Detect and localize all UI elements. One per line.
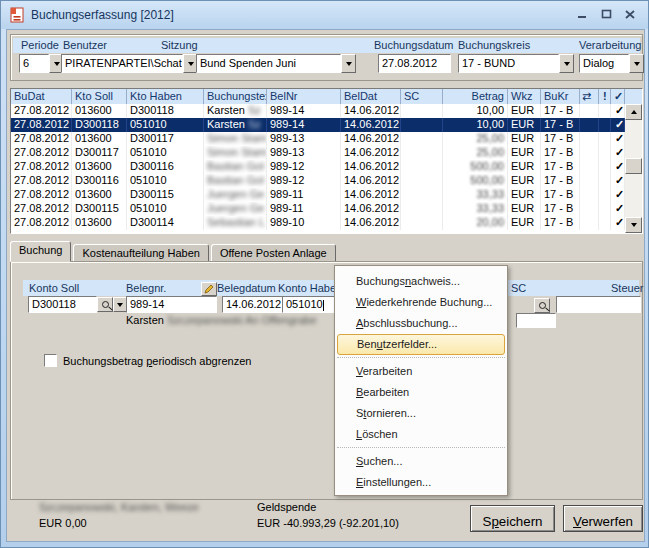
cell: D300117 xyxy=(127,132,204,146)
steuer-field[interactable] xyxy=(556,296,641,313)
verwerfen-button[interactable]: Verwerfen xyxy=(563,505,643,532)
menu-item-benutzerfelder[interactable]: Benutzerfelder... xyxy=(337,334,505,355)
param-field-3[interactable]: 27.08.2012 xyxy=(378,54,451,73)
cell xyxy=(580,174,599,188)
cell: D300118 xyxy=(72,118,127,132)
menu-item-wiederkehrende-buchung[interactable]: Wiederkehrende Buchung... xyxy=(335,292,507,313)
column-header-wkz[interactable]: Wkz xyxy=(508,89,541,104)
belegdatum-field[interactable]: 14.06.2012 xyxy=(222,296,277,313)
cell: D300116 xyxy=(127,160,204,174)
edit-icon[interactable] xyxy=(201,282,217,296)
status-bar: Szczepanowski, Karsten, Weeze EUR 0,00 G… xyxy=(7,498,644,541)
tab-buchung[interactable]: Buchung xyxy=(10,241,71,262)
column-header-budat[interactable]: BuDat xyxy=(11,89,72,104)
menu-item-bearbeiten[interactable]: Bearbeiten xyxy=(335,382,507,403)
table-row[interactable]: 27.08.2012013600D300118Karsten Sz989-141… xyxy=(11,104,642,118)
cell: D300117 xyxy=(72,146,127,160)
speichern-button[interactable]: Speichern xyxy=(470,505,555,532)
cell: 013600 xyxy=(72,132,127,146)
table-row[interactable]: 27.08.2012013600D300116Bastian Gol989-12… xyxy=(11,160,642,174)
column-header-sc[interactable]: SC xyxy=(401,89,443,104)
menu-item-einstellungen[interactable]: Einstellungen... xyxy=(335,472,507,493)
cell: 14.06.2012 xyxy=(341,216,401,230)
cell xyxy=(580,104,599,118)
param-label-2: Sitzung xyxy=(161,39,198,51)
menu-item-löschen[interactable]: Löschen xyxy=(335,424,507,445)
scroll-down-button[interactable] xyxy=(625,217,642,233)
param-field-5[interactable]: Dialog xyxy=(579,54,644,73)
tab-offene-posten-anlage[interactable]: Offene Posten Anlage xyxy=(211,244,336,262)
column-header-buchungstext[interactable]: Buchungstext xyxy=(204,89,267,104)
param-label-5: Verarbeitung xyxy=(579,39,641,51)
menu-item-buchungsnachweis[interactable]: Buchungsnachweis... xyxy=(335,271,507,292)
chevron-down-icon[interactable] xyxy=(629,54,644,73)
table-row[interactable]: 27.08.2012D300117051010Simon Stam989-131… xyxy=(11,146,642,160)
text-caret xyxy=(323,300,324,311)
close-button[interactable] xyxy=(622,7,638,22)
param-field-0[interactable]: 6 xyxy=(19,54,64,73)
sc-field[interactable] xyxy=(516,313,556,328)
betrag-cell: 500,00 xyxy=(443,160,508,174)
table-row[interactable]: 27.08.2012013600D300114Sebastian L989-10… xyxy=(11,216,642,230)
steuer-label: Steuer xyxy=(611,282,643,294)
restore-button[interactable] xyxy=(598,7,614,22)
cell xyxy=(599,174,611,188)
chevron-down-icon[interactable] xyxy=(113,297,127,312)
cell: 17 - B xyxy=(541,104,580,118)
column-header-kto-soll[interactable]: Kto Soll xyxy=(72,89,127,104)
row-check-icon: ✓ xyxy=(611,118,625,132)
table-row[interactable]: 27.08.2012013600D300115Juergen Ge989-111… xyxy=(11,188,642,202)
swap-arrows-icon[interactable]: ⇄ xyxy=(580,89,599,104)
table-row[interactable]: 27.08.2012D300116051010Bastian Gol989-12… xyxy=(11,174,642,188)
belegnr-field[interactable]: 989-14 xyxy=(126,296,217,313)
column-header-kto-haben[interactable]: Kto Haben xyxy=(127,89,204,104)
cell: 989-11 xyxy=(267,202,341,216)
belegdatum-label: Belegdatum xyxy=(217,282,276,294)
status-session-label: Geldspende xyxy=(257,501,316,513)
cell: 17 - B xyxy=(541,118,580,132)
scroll-thumb[interactable] xyxy=(625,158,642,174)
sc-search-icon[interactable] xyxy=(534,298,550,313)
row-check-icon: ✓ xyxy=(611,188,625,202)
table-row[interactable]: 27.08.2012D300118051010Karsten Sz989-141… xyxy=(11,118,642,132)
chevron-down-icon[interactable] xyxy=(341,54,356,73)
booking-text-cell: Bastian Gol xyxy=(204,160,267,174)
tab-kostenaufteilung-haben[interactable]: Kostenaufteilung Haben xyxy=(73,244,208,262)
booking-text-cell: Karsten Sz xyxy=(204,118,267,132)
column-header-belnr[interactable]: BelNr xyxy=(267,89,341,104)
menu-item-suchen[interactable]: Suchen... xyxy=(335,451,507,472)
table-row[interactable]: 27.08.2012013600D300117Simon Stam989-131… xyxy=(11,132,642,146)
scroll-up-button[interactable] xyxy=(625,104,642,120)
menu-item-stornieren[interactable]: Stornieren... xyxy=(335,403,507,424)
cell: 989-13 xyxy=(267,146,341,160)
redacted-text: Szczepanowski An Offengrabe xyxy=(167,314,317,326)
param-field-4[interactable]: 17 - BUND xyxy=(458,54,574,73)
status-user-redacted: Szczepanowski, Karsten, Weeze xyxy=(39,501,199,513)
konto-soll-field[interactable]: D300118 xyxy=(28,296,127,313)
table-scrollbar[interactable] xyxy=(625,104,642,233)
menu-separator xyxy=(337,447,505,448)
booking-text-cell: Bastian Gol xyxy=(204,174,267,188)
cell: EUR xyxy=(508,174,541,188)
betrag-cell: 25,00 xyxy=(443,132,508,146)
param-field-2[interactable]: Bund Spenden Juni xyxy=(196,54,356,73)
table-row[interactable]: 27.08.2012D300115051010Juergen Ge989-111… xyxy=(11,202,642,216)
check-icon[interactable]: ✓ xyxy=(611,89,625,104)
menu-item-abschlussbuchung[interactable]: Abschlussbuchung... xyxy=(335,313,507,334)
column-header-beldat[interactable]: BelDat xyxy=(341,89,401,104)
cell: 17 - B xyxy=(541,146,580,160)
cell: 27.08.2012 xyxy=(11,188,72,202)
column-header-bukr[interactable]: BuKr xyxy=(541,89,580,104)
booking-text-cell: Karsten Sz xyxy=(204,104,267,118)
periodic-accrual-checkbox[interactable] xyxy=(44,354,57,367)
cell xyxy=(599,132,611,146)
context-menu: Buchungsnachweis...Wiederkehrende Buchun… xyxy=(334,265,508,496)
param-field-1[interactable]: PIRATENPARTEI\Schatzr xyxy=(61,54,198,73)
column-header-betrag[interactable]: Betrag xyxy=(443,89,508,104)
chevron-down-icon[interactable] xyxy=(559,54,574,73)
periodic-accrual-row: Buchungsbetrag periodisch abgrenzen xyxy=(44,354,251,367)
menu-item-verarbeiten[interactable]: Verarbeiten xyxy=(335,361,507,382)
minimize-button[interactable] xyxy=(574,7,590,22)
search-icon[interactable] xyxy=(97,297,113,312)
exclamation-icon[interactable]: ! xyxy=(599,89,611,104)
